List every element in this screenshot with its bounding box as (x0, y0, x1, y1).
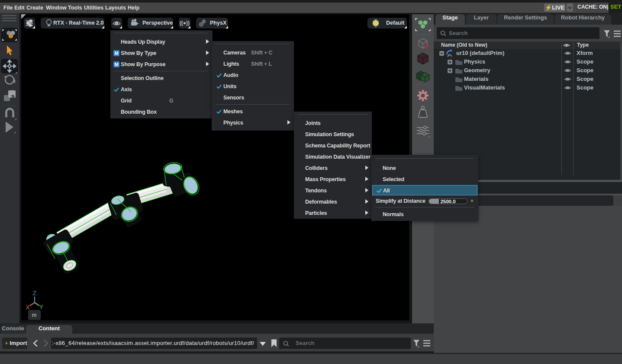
svg-text:Y: Y (39, 303, 44, 310)
svg-text:Z: Z (33, 290, 37, 297)
svg-text:X: X (26, 304, 30, 311)
svg-text:m: m (32, 312, 37, 318)
